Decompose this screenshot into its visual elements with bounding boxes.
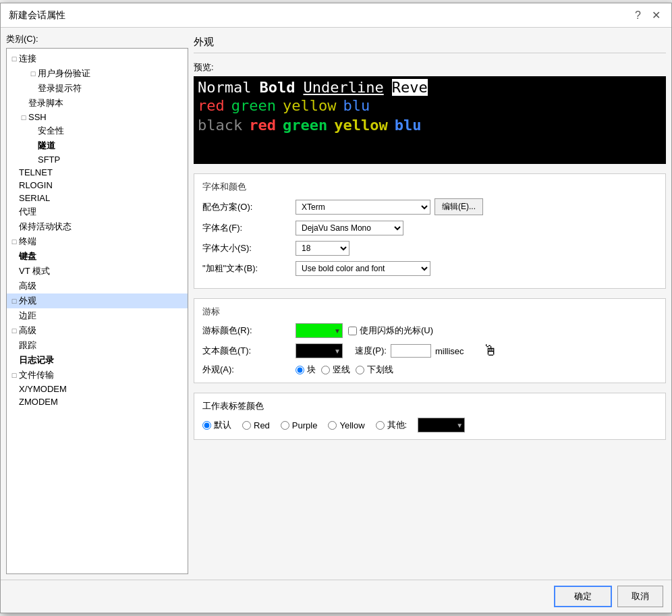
tree-item-login-prompt[interactable]: 登录提示符 xyxy=(7,81,188,96)
bold-text-label: "加粗"文本(B): xyxy=(202,262,290,275)
cursor-color-button[interactable]: ▼ xyxy=(296,323,343,338)
tree-item-terminal[interactable]: □ 终端 xyxy=(7,234,188,249)
radio-underline-label: 下划线 xyxy=(356,364,393,376)
tree-item-rlogin[interactable]: RLOGIN xyxy=(7,179,188,192)
color-scheme-select[interactable]: XTerm Default xyxy=(296,200,430,215)
preview-blue: blu xyxy=(343,97,370,114)
edit-button[interactable]: 编辑(E)... xyxy=(435,198,483,215)
radio-block-label: 块 xyxy=(296,364,316,376)
preview-green: green xyxy=(231,97,276,114)
tree-item-keepalive[interactable]: 保持活动状态 xyxy=(7,219,188,234)
taskbar-yellow-radio[interactable] xyxy=(328,421,337,430)
tree-label: 登录脚本 xyxy=(28,97,63,109)
preview-row1: Normal Bold Underline Reve xyxy=(194,76,666,96)
tree-item-security[interactable]: 安全性 xyxy=(7,123,188,138)
preview-yellow2: yellow xyxy=(334,117,387,134)
font-name-control: DejaVu Sans Mono Courier New xyxy=(296,221,657,235)
taskbar-color-arrow-icon: ▼ xyxy=(456,422,463,429)
expander-icon: □ xyxy=(9,297,19,305)
tree-item-keyboard[interactable]: 键盘 xyxy=(7,249,188,264)
appearance-row: 外观(A): 块 竖线 下划线 xyxy=(202,364,657,376)
tree-item-advanced2[interactable]: □ 高级 xyxy=(7,323,188,338)
tree-item-filetransfer[interactable]: □ 文件传输 xyxy=(7,368,188,383)
cancel-button[interactable]: 取消 xyxy=(617,586,663,607)
tree-item-sftp[interactable]: SFTP xyxy=(7,153,188,166)
taskbar-purple-text: Purple xyxy=(292,420,318,430)
tree-label: VT 模式 xyxy=(19,265,50,277)
tree-item-telnet[interactable]: TELNET xyxy=(7,166,188,179)
radio-line[interactable] xyxy=(321,366,330,374)
taskbar-red-radio[interactable] xyxy=(242,421,251,430)
tree-item-ssh[interactable]: □ SSH xyxy=(7,111,188,123)
tree-label: 登录提示符 xyxy=(38,82,82,94)
tree-item-login-script[interactable]: 登录脚本 xyxy=(7,96,188,111)
font-name-select[interactable]: DejaVu Sans Mono Courier New xyxy=(296,221,403,235)
tree-label: RLOGIN xyxy=(19,180,53,190)
font-name-row: 字体名(F): DejaVu Sans Mono Courier New xyxy=(202,221,657,235)
bold-text-row: "加粗"文本(B): Use bold color and font Use b… xyxy=(202,261,657,276)
text-color-row: 文本颜色(T): ▼ 速度(P): millisec 🖱 xyxy=(202,343,657,358)
expander-icon: □ xyxy=(19,113,28,121)
radio-underline-text: 下划线 xyxy=(367,364,393,376)
font-size-select[interactable]: 18 16 20 xyxy=(296,241,349,256)
tree-item-appearance[interactable]: □ 外观 xyxy=(7,293,188,308)
tree-label: 隧道 xyxy=(38,140,55,152)
taskbar-yellow-text: Yellow xyxy=(339,420,364,430)
tree-label: 用户身份验证 xyxy=(38,67,90,80)
preview-yellow: yellow xyxy=(283,97,336,114)
taskbar-other-radio[interactable] xyxy=(376,421,385,430)
tree-item-xymodem[interactable]: X/YMODEM xyxy=(7,383,188,395)
tree-item-log[interactable]: 日志记录 xyxy=(7,353,188,368)
taskbar-purple-radio[interactable] xyxy=(281,421,289,430)
expander-icon: □ xyxy=(9,371,19,379)
text-color-button[interactable]: ▼ xyxy=(296,343,343,358)
millisec-label: millisec xyxy=(435,346,464,356)
tree-label: 跟踪 xyxy=(19,339,36,352)
taskbar-red-label: Red xyxy=(242,420,270,430)
tree-label: 保持活动状态 xyxy=(19,221,72,233)
tree-item-serial[interactable]: SERIAL xyxy=(7,192,188,204)
help-button[interactable]: ? xyxy=(632,9,644,22)
tree-item-advanced-terminal[interactable]: 高级 xyxy=(7,279,188,293)
tree-label: TELNET xyxy=(19,167,53,177)
expander-icon xyxy=(9,69,19,78)
tree-item-proxy[interactable]: 代理 xyxy=(7,204,188,219)
tree-label: SSH xyxy=(28,112,47,122)
radio-block[interactable] xyxy=(296,366,304,374)
radio-line-label: 竖线 xyxy=(321,364,350,376)
dropdown-arrow-icon: ▼ xyxy=(334,327,341,335)
tree-item-tracking[interactable]: 跟踪 xyxy=(7,338,188,353)
blink-cursor-checkbox[interactable] xyxy=(348,327,357,335)
taskbar-yellow-label: Yellow xyxy=(328,420,364,430)
tree-label: 终端 xyxy=(19,235,36,248)
tree-item-connection[interactable]: □ 连接 xyxy=(7,51,188,66)
title-bar: 新建会话属性 ? ✕ xyxy=(1,3,671,28)
tree-item-margin[interactable]: 边距 xyxy=(7,308,188,323)
dropdown-arrow-icon: ▼ xyxy=(334,347,341,355)
cursor-section: 游标 游标颜色(R): ▼ 使用闪烁的光标(U) 文本颜色(T): xyxy=(194,298,666,383)
tree-item-zmodem[interactable]: ZMODEM xyxy=(7,395,188,408)
tree-item-tunnel[interactable]: 隧道 xyxy=(7,138,188,153)
tree-label: 边距 xyxy=(19,310,36,322)
category-label: 类别(C): xyxy=(6,33,188,45)
close-button[interactable]: ✕ xyxy=(649,9,663,22)
ok-button[interactable]: 确定 xyxy=(554,586,612,607)
blink-cursor-text: 使用闪烁的光标(U) xyxy=(360,325,433,337)
bold-text-select[interactable]: Use bold color and font Use bold font on… xyxy=(296,261,430,276)
taskbar-color-button[interactable]: ▼ xyxy=(418,418,465,432)
cursor-color-row: 游标颜色(R): ▼ 使用闪烁的光标(U) xyxy=(202,323,657,338)
taskbar-section: 工作表标签颜色 默认 Red Purple xyxy=(194,393,666,440)
preview-red2: red xyxy=(249,117,276,134)
text-color-label: 文本颜色(T): xyxy=(202,345,290,357)
tree-label: 安全性 xyxy=(38,125,64,137)
speed-input[interactable] xyxy=(391,344,431,358)
tree-item-auth[interactable]: □ 用户身份验证 xyxy=(7,66,188,81)
taskbar-default-text: 默认 xyxy=(214,419,231,431)
category-section: 类别(C): □ 连接 □ 用户身份验证 登录提示符 xyxy=(6,33,188,574)
radio-underline[interactable] xyxy=(356,366,364,374)
taskbar-default-radio[interactable] xyxy=(202,421,211,430)
radio-line-text: 竖线 xyxy=(333,364,350,376)
tree-item-vt[interactable]: VT 模式 xyxy=(7,264,188,279)
preview-section: 预览: Normal Bold Underline Reve red green… xyxy=(194,61,666,164)
preview-bold: Bold xyxy=(259,79,295,96)
